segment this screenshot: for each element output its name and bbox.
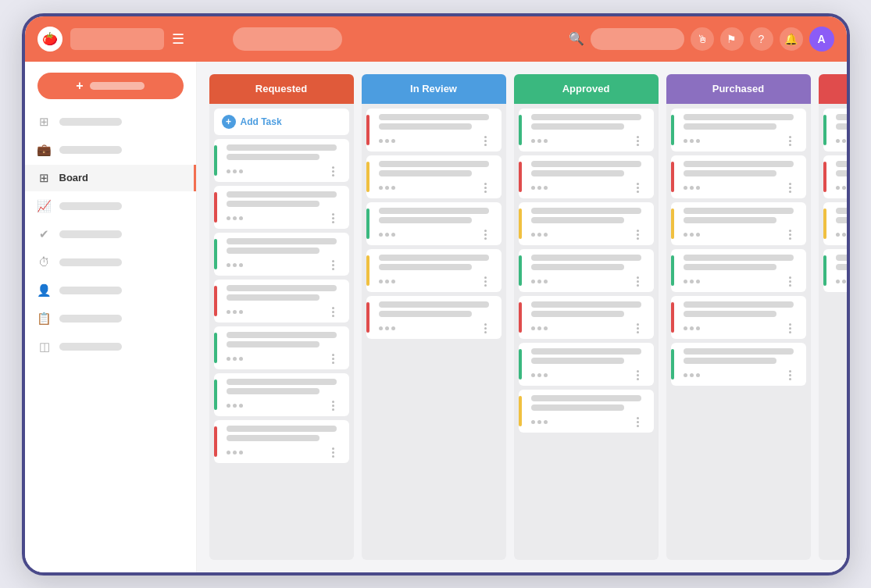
more-options-icon[interactable] <box>332 166 343 176</box>
table-row[interactable] <box>671 343 806 386</box>
column-purchased: Purchased <box>666 74 811 560</box>
table-row[interactable] <box>214 326 349 369</box>
table-row[interactable] <box>214 373 349 416</box>
sidebar-item-contacts[interactable]: 👤 <box>25 277 196 304</box>
sidebar-item-board[interactable]: ⊞ Board <box>25 165 196 191</box>
task-line <box>531 264 624 270</box>
more-options-icon[interactable] <box>637 370 648 380</box>
table-row[interactable] <box>671 296 806 339</box>
table-row[interactable] <box>671 202 806 245</box>
task-line <box>684 114 794 120</box>
table-row[interactable] <box>366 249 502 292</box>
table-row[interactable] <box>214 139 349 182</box>
more-options-icon[interactable] <box>789 230 800 240</box>
table-row[interactable] <box>214 186 349 229</box>
priority-bar <box>214 192 217 223</box>
flag-icon-btn[interactable]: ⚑ <box>720 27 744 51</box>
help-icon-btn[interactable]: ? <box>750 27 773 51</box>
more-options-icon[interactable] <box>332 213 343 223</box>
more-options-icon[interactable] <box>637 417 648 427</box>
create-button[interactable]: + <box>37 73 184 99</box>
more-options-icon[interactable] <box>484 136 495 146</box>
sidebar-item-portfolio[interactable]: 💼 <box>25 137 196 163</box>
sidebar-item-tasks[interactable]: ✔ <box>25 221 196 248</box>
more-options-icon[interactable] <box>637 276 648 287</box>
board-icon: ⊞ <box>37 171 52 185</box>
column-body-approved[interactable] <box>514 104 659 560</box>
table-row[interactable] <box>519 390 654 433</box>
table-row[interactable] <box>519 109 654 151</box>
table-row[interactable] <box>519 343 654 386</box>
sidebar-label <box>59 146 122 154</box>
table-row[interactable] <box>519 155 654 198</box>
table-row[interactable] <box>214 420 349 463</box>
sidebar: + ⊞ 💼 ⊞ Board 📈 ✔ <box>25 62 197 572</box>
table-row[interactable] <box>823 109 847 151</box>
more-options-icon[interactable] <box>789 136 800 146</box>
board-columns: Requested + Add Task <box>209 74 834 560</box>
task-line <box>379 170 472 176</box>
table-row[interactable] <box>366 109 502 151</box>
task-line <box>684 264 776 270</box>
header-right: 🔍 🖱 ⚑ ? 🔔 A <box>569 27 834 52</box>
more-options-icon[interactable] <box>637 183 648 193</box>
sidebar-item-reports[interactable]: 📋 <box>25 305 196 332</box>
more-options-icon[interactable] <box>484 183 495 193</box>
more-options-icon[interactable] <box>484 276 495 287</box>
table-row[interactable] <box>519 249 654 292</box>
cursor-icon-btn[interactable]: 🖱 <box>691 27 714 51</box>
task-line <box>531 301 642 308</box>
table-row[interactable] <box>214 233 349 276</box>
more-options-icon[interactable] <box>789 370 800 380</box>
hamburger-icon[interactable]: ☰ <box>172 30 184 48</box>
more-options-icon[interactable] <box>789 183 800 193</box>
priority-bar <box>823 115 826 145</box>
table-row[interactable] <box>214 280 349 323</box>
header-input-bar[interactable] <box>591 28 684 50</box>
column-in-review: In Review <box>362 74 506 560</box>
table-row[interactable] <box>366 155 502 198</box>
more-options-icon[interactable] <box>332 354 343 364</box>
sidebar-item-dashboard[interactable]: ⊞ <box>25 109 196 135</box>
table-row[interactable] <box>519 296 654 339</box>
task-line <box>836 123 847 130</box>
table-row[interactable] <box>671 249 806 292</box>
sidebar-item-layers[interactable]: ◫ <box>25 333 196 360</box>
more-options-icon[interactable] <box>637 230 648 240</box>
task-line <box>379 217 472 223</box>
table-row[interactable] <box>671 109 806 151</box>
sidebar-item-clock[interactable]: ⏱ <box>25 249 196 276</box>
more-options-icon[interactable] <box>789 276 800 287</box>
task-line <box>227 144 337 151</box>
more-options-icon[interactable] <box>332 401 343 411</box>
task-line <box>531 123 624 130</box>
more-options-icon[interactable] <box>484 323 495 333</box>
more-options-icon[interactable] <box>637 136 648 146</box>
avatar-btn[interactable]: A <box>809 27 834 52</box>
more-options-icon[interactable] <box>332 260 343 270</box>
table-row[interactable] <box>519 202 654 245</box>
table-row[interactable] <box>671 155 806 198</box>
column-body-purchased[interactable] <box>666 104 811 560</box>
table-row[interactable] <box>366 202 502 245</box>
search-icon[interactable]: 🔍 <box>569 31 584 46</box>
add-task-button[interactable]: + Add Task <box>214 109 349 135</box>
table-row[interactable] <box>823 155 847 198</box>
column-body-lost[interactable] <box>819 104 847 560</box>
sidebar-item-analytics[interactable]: 📈 <box>25 193 196 219</box>
task-line <box>684 301 794 308</box>
priority-bar <box>519 208 522 239</box>
table-row[interactable] <box>366 296 502 339</box>
column-body-requested[interactable]: + Add Task <box>209 104 354 560</box>
column-header-in-review: In Review <box>362 74 506 104</box>
more-options-icon[interactable] <box>332 447 343 458</box>
more-options-icon[interactable] <box>789 323 800 333</box>
bell-icon-btn[interactable]: 🔔 <box>780 27 803 51</box>
more-options-icon[interactable] <box>484 230 495 240</box>
column-body-in-review[interactable] <box>362 104 506 560</box>
more-options-icon[interactable] <box>637 323 648 333</box>
table-row[interactable] <box>823 202 847 245</box>
task-line <box>531 208 642 214</box>
table-row[interactable] <box>823 249 847 292</box>
more-options-icon[interactable] <box>332 307 343 317</box>
